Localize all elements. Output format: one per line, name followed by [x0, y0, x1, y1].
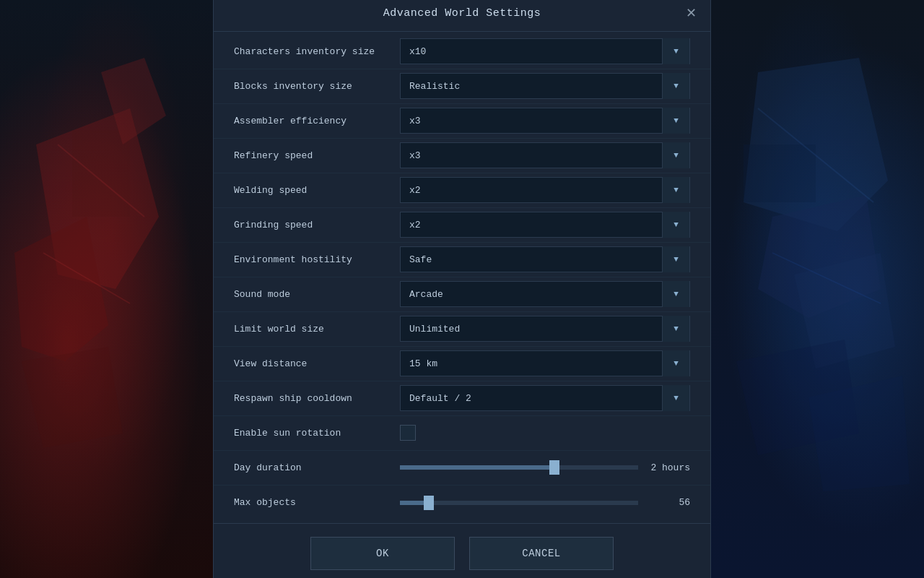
- setting-row-enable-sun-rotation: Enable sun rotation: [214, 416, 710, 451]
- label-sound-mode: Sound mode: [234, 289, 400, 300]
- label-welding-speed: Welding speed: [234, 185, 400, 196]
- dropdown-value-characters-inventory-size: x10: [401, 46, 662, 57]
- setting-row-sound-mode: Sound modeArcade▼: [214, 277, 710, 312]
- slider-thumb-max-objects[interactable]: [424, 496, 434, 510]
- dropdown-value-grinding-speed: x2: [401, 220, 662, 230]
- overlay: Advanced World Settings ✕ Characters inv…: [0, 0, 924, 578]
- dropdown-environment-hostility[interactable]: Safe▼: [400, 246, 690, 272]
- setting-row-view-distance: View distance15 km▼: [214, 347, 710, 381]
- slider-value-day-duration: 2 hours: [647, 462, 690, 473]
- label-environment-hostility: Environment hostility: [234, 254, 400, 265]
- label-respawn-ship-cooldown: Respawn ship cooldown: [234, 393, 400, 404]
- dropdown-sound-mode[interactable]: Arcade▼: [400, 281, 690, 307]
- dialog-content: Characters inventory sizex10▼Blocks inve…: [214, 32, 710, 523]
- dropdown-arrow-icon-sound-mode[interactable]: ▼: [662, 281, 689, 307]
- setting-row-assembler-efficiency: ➡Assembler efficiencyx3▼: [214, 104, 710, 139]
- dropdown-arrow-icon-respawn-ship-cooldown[interactable]: ▼: [662, 385, 689, 411]
- setting-row-refinery-speed: Refinery speedx3▼: [214, 139, 710, 173]
- cancel-button[interactable]: Cancel: [469, 537, 614, 570]
- slider-container-max-objects: 56: [400, 497, 690, 508]
- slider-container-day-duration: 2 hours: [400, 462, 690, 473]
- label-assembler-efficiency: Assembler efficiency: [234, 116, 400, 126]
- setting-row-environment-hostility: Environment hostilitySafe▼: [214, 243, 710, 277]
- label-limit-world-size: Limit world size: [234, 324, 400, 335]
- dropdown-assembler-efficiency[interactable]: x3▼: [400, 108, 690, 134]
- dropdown-respawn-ship-cooldown[interactable]: Default / 2▼: [400, 385, 690, 411]
- label-enable-sun-rotation: Enable sun rotation: [234, 428, 400, 439]
- close-button[interactable]: ✕: [681, 4, 700, 22]
- dropdown-limit-world-size[interactable]: Unlimited▼: [400, 316, 690, 342]
- setting-row-blocks-inventory-size: Blocks inventory sizeRealistic▼: [214, 69, 710, 104]
- dropdown-arrow-icon-limit-world-size[interactable]: ▼: [662, 316, 689, 342]
- dialog-title-bar: Advanced World Settings ✕: [214, 0, 710, 32]
- dropdown-characters-inventory-size[interactable]: x10▼: [400, 38, 690, 64]
- dropdown-view-distance[interactable]: 15 km▼: [400, 350, 690, 376]
- dropdown-arrow-icon-view-distance[interactable]: ▼: [662, 350, 689, 376]
- dropdown-value-respawn-ship-cooldown: Default / 2: [401, 393, 662, 404]
- setting-row-limit-world-size: Limit world sizeUnlimited▼: [214, 312, 710, 347]
- slider-thumb-day-duration[interactable]: [549, 460, 559, 475]
- dropdown-value-refinery-speed: x3: [401, 150, 662, 161]
- dropdown-value-sound-mode: Arcade: [401, 289, 662, 300]
- slider-track-day-duration[interactable]: [400, 465, 638, 470]
- setting-row-day-duration: Day duration2 hours: [214, 451, 710, 486]
- label-view-distance: View distance: [234, 358, 400, 369]
- label-characters-inventory-size: Characters inventory size: [234, 46, 400, 57]
- setting-row-max-objects: Max objects56: [214, 486, 710, 520]
- checkbox-enable-sun-rotation[interactable]: [400, 425, 416, 441]
- ok-button[interactable]: OK: [310, 537, 455, 570]
- dropdown-arrow-icon-blocks-inventory-size[interactable]: ▼: [662, 73, 689, 99]
- dropdown-welding-speed[interactable]: x2▼: [400, 177, 690, 203]
- dropdown-blocks-inventory-size[interactable]: Realistic▼: [400, 73, 690, 99]
- dropdown-arrow-icon-characters-inventory-size[interactable]: ▼: [662, 38, 689, 64]
- dropdown-arrow-icon-environment-hostility[interactable]: ▼: [662, 246, 689, 272]
- label-day-duration: Day duration: [234, 462, 400, 473]
- dialog-title: Advanced World Settings: [383, 7, 541, 20]
- dropdown-value-assembler-efficiency: x3: [401, 116, 662, 126]
- label-blocks-inventory-size: Blocks inventory size: [234, 81, 400, 92]
- dialog-footer: OK Cancel: [214, 523, 710, 579]
- setting-row-grinding-speed: ➡Grinding speedx2▼: [214, 208, 710, 243]
- dropdown-arrow-icon-grinding-speed[interactable]: ▼: [662, 212, 689, 238]
- dropdown-value-limit-world-size: Unlimited: [401, 324, 662, 335]
- dropdown-value-blocks-inventory-size: Realistic: [401, 81, 662, 92]
- dropdown-value-environment-hostility: Safe: [401, 254, 662, 265]
- slider-track-max-objects[interactable]: [400, 501, 638, 505]
- dropdown-refinery-speed[interactable]: x3▼: [400, 142, 690, 168]
- label-max-objects: Max objects: [234, 497, 400, 508]
- dropdown-arrow-icon-refinery-speed[interactable]: ▼: [662, 142, 689, 168]
- dropdown-arrow-icon-welding-speed[interactable]: ▼: [662, 177, 689, 203]
- dropdown-arrow-icon-assembler-efficiency[interactable]: ▼: [662, 108, 689, 134]
- dropdown-value-view-distance: 15 km: [401, 358, 662, 369]
- dropdown-value-welding-speed: x2: [401, 185, 662, 196]
- setting-row-characters-inventory-size: Characters inventory sizex10▼: [214, 35, 710, 69]
- label-grinding-speed: Grinding speed: [234, 220, 400, 230]
- dropdown-grinding-speed[interactable]: x2▼: [400, 212, 690, 238]
- setting-row-welding-speed: ➡Welding speedx2▼: [214, 173, 710, 208]
- dialog: Advanced World Settings ✕ Characters inv…: [213, 0, 711, 578]
- label-refinery-speed: Refinery speed: [234, 150, 400, 161]
- slider-value-max-objects: 56: [647, 497, 690, 508]
- setting-row-respawn-ship-cooldown: Respawn ship cooldownDefault / 2▼: [214, 381, 710, 416]
